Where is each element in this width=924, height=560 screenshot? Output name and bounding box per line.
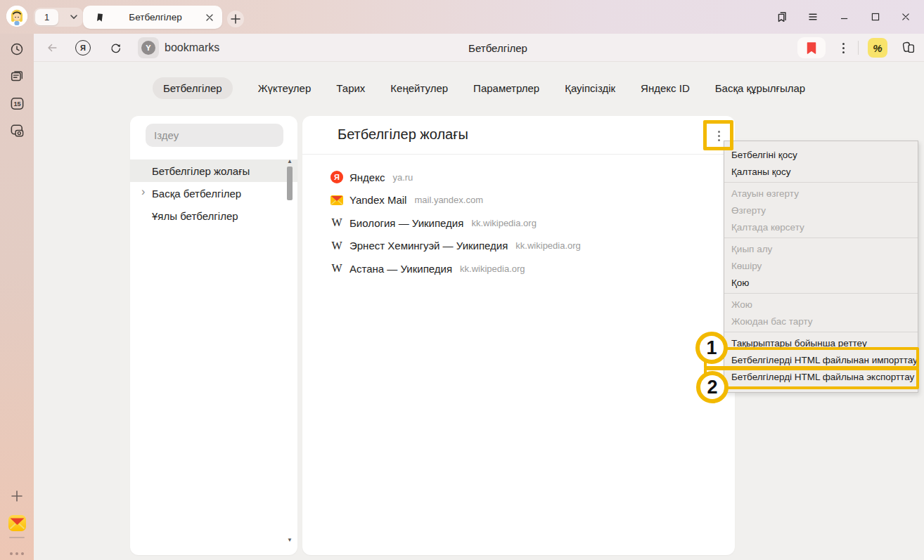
maximize-icon <box>868 10 883 24</box>
bookmark-url: kk.wikipedia.org <box>460 263 525 274</box>
bookmark-title: Яндекс <box>349 171 385 183</box>
minimize-button[interactable] <box>835 7 854 27</box>
history-button[interactable] <box>0 37 34 62</box>
scroll-down-icon[interactable]: ▼ <box>285 537 295 543</box>
tab-history[interactable]: Тарих <box>336 82 365 94</box>
profile-avatar[interactable] <box>6 6 27 27</box>
tab-counter[interactable]: 1 <box>35 9 58 25</box>
folder-expand-icon[interactable]: › <box>141 185 145 198</box>
page-actions-button[interactable] <box>834 34 852 62</box>
tabs-dropdown-button[interactable] <box>68 11 79 22</box>
toolbar-divider <box>858 41 859 55</box>
folder-label: Басқа бетбелгілер <box>152 188 241 200</box>
girl-avatar-icon <box>6 6 27 27</box>
menu-item-copy: Көшіру <box>724 257 918 274</box>
folder-list: Бетбелгілер жолағы › Басқа бетбелгілер Ұ… <box>130 159 297 227</box>
collections-icon <box>901 40 916 56</box>
menu-item-delete: Жою <box>724 296 918 313</box>
yandex-logo-icon: Я <box>75 40 91 56</box>
copy-tab-button[interactable] <box>772 7 792 27</box>
bookmark-row-yandex[interactable]: Я Яндекс ya.ru <box>302 166 735 189</box>
feed-button[interactable] <box>0 63 34 89</box>
bookmark-title: Биология — Уикипедия <box>349 217 463 229</box>
bookmark-title: Астана — Уикипедия <box>349 263 452 275</box>
bookmarks-search-input[interactable] <box>146 124 283 147</box>
bookmark-row-hemingway[interactable]: W Эрнест Хемингуэй — Уикипедия kk.wikipe… <box>302 235 735 258</box>
tab-other-devices[interactable]: Басқа құрылғылар <box>715 82 805 94</box>
active-tab[interactable]: Бетбелгілер <box>83 6 222 29</box>
annotation-badge-2: 2 <box>696 371 729 403</box>
scrollbar-thumb[interactable] <box>287 167 293 200</box>
menu-item-paste[interactable]: Қою <box>724 274 918 291</box>
reload-button[interactable] <box>105 34 125 62</box>
tab-bookmarks[interactable]: Бетбелгілер <box>153 77 233 99</box>
wikipedia-favicon: W <box>331 240 342 252</box>
menu-item-edit: Өзгерту <box>724 202 918 219</box>
side-rail: 15 <box>0 34 34 560</box>
tab-strip: 1 Бетбелгілер <box>0 0 924 34</box>
folder-label: Ұялы бетбелгілер <box>152 210 238 222</box>
bookmark-saved-button[interactable] <box>797 37 826 58</box>
menu-item-add-bookmark[interactable]: Бетбелгіні қосу <box>724 146 918 163</box>
plus-icon <box>231 14 240 24</box>
collections-button[interactable] <box>897 34 920 62</box>
scroll-up-icon[interactable]: ▲ <box>285 158 295 164</box>
address-bar: Я Y bookmarks Бетбелгілер % <box>34 34 924 62</box>
calendar-button[interactable]: 15 <box>0 91 34 116</box>
bookmarks-content-panel: Бетбелгілер жолағы Я Яндекс ya.ru Yandex… <box>302 116 735 555</box>
site-favicon-chip[interactable]: Y <box>138 37 159 58</box>
header-divider <box>302 154 735 155</box>
close-icon <box>899 10 913 24</box>
wikipedia-favicon: W <box>331 217 342 228</box>
back-arrow-icon <box>45 41 59 55</box>
bookmark-row-yandex-mail[interactable]: Yandex Mail mail.yandex.com <box>302 189 735 212</box>
bookmark-row-astana[interactable]: W Астана — Уикипедия kk.wikipedia.org <box>302 257 735 280</box>
close-window-button[interactable] <box>896 7 916 27</box>
maximize-button[interactable] <box>866 7 885 27</box>
chevron-down-icon <box>68 11 79 22</box>
omnibox-page-title: Бетбелгілер <box>385 34 610 62</box>
tabs-overview-icon <box>774 9 790 25</box>
tab-security[interactable]: Қауіпсіздік <box>565 82 615 94</box>
menu-item-undo-delete: Жоюдан бас тарту <box>724 313 918 330</box>
folder-other-bookmarks[interactable]: › Басқа бетбелгілер <box>130 182 297 204</box>
url-text[interactable]: bookmarks <box>165 34 219 62</box>
camera-icon <box>9 123 25 139</box>
new-tab-button[interactable] <box>227 11 244 27</box>
minimize-icon <box>838 10 852 24</box>
tab-downloads[interactable]: Жүктеулер <box>258 82 312 94</box>
tab-extensions[interactable]: Кеңейтулер <box>390 82 448 94</box>
bookmark-url: mail.yandex.com <box>414 195 483 205</box>
tab-title: Бетбелгілер <box>105 12 205 22</box>
kebab-icon <box>842 43 845 53</box>
folder-bookmarks-bar[interactable]: Бетбелгілер жолағы <box>130 159 297 182</box>
folders-scrollbar[interactable]: ▲ ▼ <box>285 158 295 543</box>
menu-item-cut: Қиып алу <box>724 240 918 257</box>
menu-item-rename: Атауын өзгерту <box>724 185 918 202</box>
menu-item-add-folder[interactable]: Қалтаны қосу <box>724 163 918 180</box>
more-tools-button[interactable] <box>0 541 34 560</box>
tab-close-icon[interactable] <box>205 13 214 22</box>
settings-nav: Бетбелгілер Жүктеулер Тарих Кеңейтулер П… <box>34 76 924 100</box>
calendar-label: 15 <box>13 100 20 108</box>
yandex-mail-button[interactable] <box>0 510 34 535</box>
ellipsis-icon <box>10 552 24 555</box>
bookmark-url: kk.wikipedia.org <box>471 218 537 228</box>
highlight-export-item <box>704 367 919 389</box>
bookmark-title: Эрнест Хемингуэй — Уикипедия <box>349 240 508 252</box>
back-button[interactable] <box>42 34 62 62</box>
bookmark-row-biology[interactable]: W Биология — Уикипедия kk.wikipedia.org <box>302 211 735 235</box>
menu-divider <box>724 332 918 332</box>
browser-menu-button[interactable] <box>803 7 823 27</box>
yandex-search-button[interactable]: Я <box>73 34 93 62</box>
promo-deals-button[interactable]: % <box>868 38 887 58</box>
add-panel-button[interactable] <box>0 483 34 509</box>
annotation-badge-1: 1 <box>695 332 728 364</box>
menu-divider <box>724 293 918 294</box>
feed-icon <box>9 68 25 84</box>
tab-yandex-id[interactable]: Яндекс ID <box>641 82 690 94</box>
panel-title: Бетбелгілер жолағы <box>338 126 468 143</box>
screenshot-button[interactable] <box>0 118 34 143</box>
folder-mobile-bookmarks[interactable]: Ұялы бетбелгілер <box>130 204 297 227</box>
tab-settings[interactable]: Параметрлер <box>473 82 539 94</box>
